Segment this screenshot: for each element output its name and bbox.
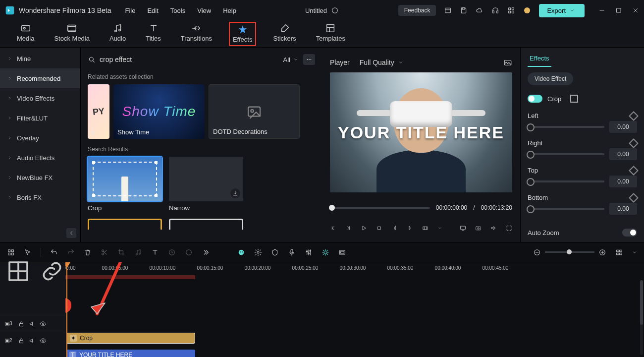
maximize-icon[interactable] <box>615 7 622 14</box>
quality-dropdown[interactable]: Full Quality <box>360 59 403 66</box>
related-card[interactable]: Show TimeShow Time <box>113 84 205 139</box>
redo-icon[interactable] <box>67 248 75 256</box>
stop-icon[interactable] <box>376 224 382 232</box>
export-button[interactable]: Export <box>539 4 585 17</box>
result-thumb-partial[interactable] <box>88 219 162 230</box>
cat-audio[interactable]: Audio <box>107 22 129 44</box>
sidebar-item-recommended[interactable]: Recommended <box>0 68 80 88</box>
track-header-effect[interactable]: ▣3 <box>0 315 65 332</box>
menu-view[interactable]: View <box>197 7 211 14</box>
props-tab-effects[interactable]: Effects <box>528 51 551 67</box>
expand-tools-icon[interactable] <box>202 248 210 256</box>
param-right-slider[interactable] <box>528 153 604 155</box>
chevron-down-icon[interactable] <box>632 250 637 255</box>
thumbnail-size-icon[interactable] <box>615 248 623 256</box>
headphones-icon[interactable] <box>491 6 499 14</box>
result-thumb-narrow[interactable]: Narrow <box>169 157 243 212</box>
play-icon[interactable] <box>361 224 367 232</box>
clip-title[interactable]: T YOUR TITLE HERE <box>66 350 195 357</box>
mark-in-icon[interactable] <box>391 224 398 232</box>
clip-effect[interactable]: ✦ Crop <box>66 333 195 344</box>
selection-tool-icon[interactable] <box>24 248 32 256</box>
sidebar-item-video-effects[interactable]: Video Effects <box>0 88 80 108</box>
audio-beat-icon[interactable] <box>134 248 142 256</box>
result-thumb-crop[interactable]: Crop <box>88 157 162 212</box>
related-card[interactable]: DOTD Decorations <box>209 84 300 139</box>
cloud-icon[interactable] <box>476 6 483 14</box>
mute-icon[interactable] <box>29 337 36 344</box>
menu-help[interactable]: Help <box>223 7 236 14</box>
sidebar-item-filter-lut[interactable]: Filter&LUT <box>0 108 80 128</box>
player-tab[interactable]: Player <box>330 59 350 66</box>
snapshot-icon[interactable] <box>503 58 512 67</box>
camera-icon[interactable] <box>475 224 482 232</box>
visibility-icon[interactable] <box>40 337 47 344</box>
sidebar-item-overlay[interactable]: Overlay <box>0 128 80 148</box>
download-icon[interactable] <box>230 188 240 198</box>
preview-viewport[interactable]: YOUR TITLE HERE <box>330 72 512 192</box>
search-input[interactable] <box>100 56 186 63</box>
param-left-slider[interactable] <box>528 126 604 128</box>
timeline-scrollbar[interactable] <box>640 280 643 355</box>
crop-tool-icon[interactable] <box>117 248 125 256</box>
sidebar-item-mine[interactable]: Mine <box>0 49 80 68</box>
param-right-value[interactable]: 0.00 <box>609 148 637 160</box>
sidebar-collapse-button[interactable] <box>66 228 76 238</box>
mic-icon[interactable] <box>288 248 296 256</box>
result-thumb-partial[interactable] <box>169 219 243 230</box>
marker-icon[interactable] <box>271 248 279 256</box>
prev-frame-icon[interactable] <box>330 224 336 232</box>
aspect-icon[interactable] <box>422 224 429 232</box>
safe-zone-icon[interactable] <box>338 248 346 256</box>
render-icon[interactable] <box>322 248 329 256</box>
zoom-slider[interactable] <box>545 251 594 253</box>
color-icon[interactable] <box>185 248 193 256</box>
menu-edit[interactable]: Edit <box>147 7 158 14</box>
menu-tools[interactable]: Tools <box>170 7 185 14</box>
sidebar-item-audio-effects[interactable]: Audio Effects <box>0 148 80 168</box>
undo-icon[interactable] <box>50 248 58 256</box>
mute-icon[interactable] <box>29 320 36 327</box>
track-options-icon[interactable] <box>5 258 32 285</box>
props-pill-video-effect[interactable]: Video Effect <box>528 72 573 85</box>
cat-stockmedia[interactable]: Stock Media <box>51 22 93 44</box>
volume-icon[interactable] <box>490 224 497 232</box>
minimize-icon[interactable] <box>598 7 605 14</box>
menu-file[interactable]: File <box>125 7 136 14</box>
mixer-icon[interactable] <box>305 248 313 256</box>
document-title[interactable]: Untitled <box>305 7 327 14</box>
cat-stickers[interactable]: Stickers <box>270 22 299 44</box>
magnet-icon[interactable] <box>7 248 15 256</box>
timeline-tracks[interactable]: 00:00 00:00:05:00 00:00:10:00 00:00:15:0… <box>65 262 644 357</box>
cat-transitions[interactable]: Transitions <box>178 22 215 44</box>
param-bottom-value[interactable]: 0.00 <box>609 203 637 215</box>
param-bottom-slider[interactable] <box>528 208 604 210</box>
ai-icon[interactable] <box>237 248 245 256</box>
save-icon[interactable] <box>460 6 468 14</box>
close-icon[interactable] <box>632 7 639 14</box>
lock-icon[interactable] <box>18 337 25 344</box>
link-icon[interactable] <box>39 258 65 285</box>
text-tool-icon[interactable] <box>151 248 159 256</box>
timeline-ruler[interactable]: 00:00 00:00:05:00 00:00:10:00 00:00:15:0… <box>65 262 644 280</box>
crop-preset-icon[interactable] <box>570 95 578 103</box>
fullscreen-icon[interactable] <box>506 224 512 232</box>
filter-dropdown[interactable]: All <box>283 56 298 63</box>
more-options-button[interactable] <box>303 54 315 65</box>
track-header-title[interactable]: ▣2 <box>0 332 65 349</box>
next-frame-icon[interactable] <box>345 224 352 232</box>
layout-icon[interactable] <box>444 6 452 14</box>
mark-out-icon[interactable] <box>407 224 413 232</box>
settings-gear-icon[interactable] <box>254 248 262 256</box>
cat-effects[interactable]: Effects <box>229 22 257 46</box>
search-box[interactable] <box>88 56 278 63</box>
seek-slider[interactable] <box>330 207 430 209</box>
chevron-down-icon[interactable] <box>438 226 442 231</box>
split-icon[interactable] <box>101 248 108 256</box>
cat-media[interactable]: Media <box>14 22 37 44</box>
zoom-in-icon[interactable] <box>598 248 606 256</box>
delete-icon[interactable] <box>84 248 92 256</box>
visibility-icon[interactable] <box>40 320 47 327</box>
sidebar-item-newblue-fx[interactable]: NewBlue FX <box>0 168 80 187</box>
zoom-out-icon[interactable] <box>533 248 541 256</box>
